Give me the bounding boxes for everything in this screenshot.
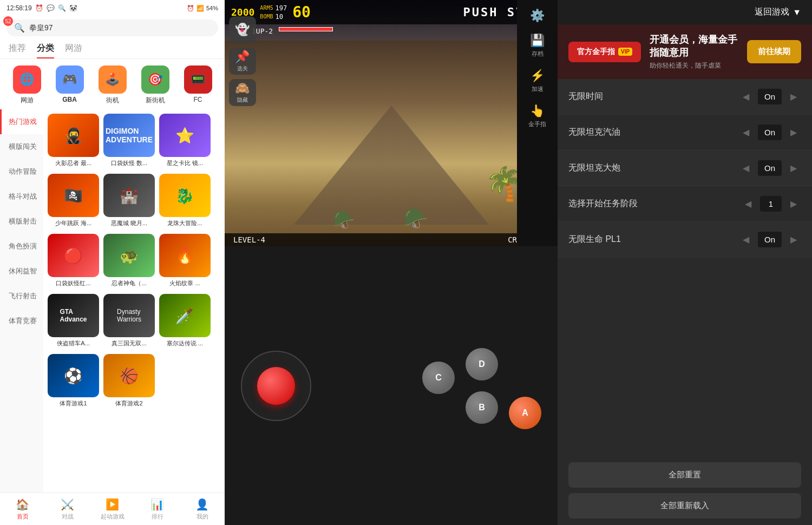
list-item[interactable]: 🏀 体育游戏2 — [103, 354, 155, 408]
cheat-next-stage[interactable]: ▶ — [786, 196, 801, 211]
side-icon-profile[interactable]: 👻 — [229, 16, 256, 43]
list-item[interactable]: ⭐ 星之卡比 镜... — [159, 114, 211, 167]
wifi-icon: 📶 — [197, 5, 204, 12]
cat-fc[interactable]: 📟 FC — [184, 65, 212, 105]
list-item[interactable]: 🏴‍☠️ 少年跳跃 海... — [48, 174, 99, 227]
list-item[interactable]: ⚽ 体育游戏1 — [48, 354, 99, 408]
sidebar-item-rpg[interactable]: 角色扮演 — [0, 234, 43, 259]
joystick[interactable] — [257, 367, 295, 405]
cheat-finger-btn[interactable]: 👆 金手指 — [528, 104, 546, 128]
list-item[interactable]: GTAAdvance 侠盗猎车A... — [48, 294, 99, 347]
cheat-next-cannon[interactable]: ▶ — [786, 161, 801, 175]
bookmark-icon: 📌 — [235, 50, 250, 64]
search-magnifier-icon: 🔍 — [14, 23, 25, 33]
game-name: 忍者神龟（... — [103, 279, 155, 287]
cat-online-game[interactable]: 🌐 网游 — [13, 65, 41, 105]
nav-ranking-label: 排行 — [152, 513, 163, 521]
game-thumb: GTAAdvance — [48, 294, 99, 337]
cheat-prev-cannon[interactable]: ◀ — [738, 161, 754, 175]
dpad[interactable] — [241, 351, 311, 421]
tab-recommend[interactable]: 推荐 — [9, 40, 26, 58]
cheat-next-time[interactable]: ▶ — [786, 89, 801, 104]
ghost-icon: 👻 — [235, 23, 250, 37]
sidebar-item-flight[interactable]: 飞行射击 — [0, 284, 43, 309]
search-input[interactable] — [29, 24, 211, 32]
nav-profile[interactable]: 👤 我的 — [180, 493, 225, 525]
vip-left-panel: 官方金手指 VIP — [568, 42, 641, 62]
sidebar-item-action[interactable]: 动作冒险 — [0, 159, 43, 184]
cheat-prev-stage[interactable]: ◀ — [741, 196, 756, 211]
sidebar-item-shooter[interactable]: 横版射击 — [0, 209, 43, 234]
cat-new-arcade[interactable]: 🎯 新街机 — [141, 65, 169, 105]
soldier-2: 🪖 — [403, 207, 428, 230]
nav-home[interactable]: 🏠 首页 — [0, 493, 45, 525]
speedup-btn[interactable]: ⚡ 加速 — [530, 69, 545, 93]
list-item[interactable]: 🔥 火焰纹章 ... — [159, 234, 211, 287]
list-item[interactable]: 🐢 忍者神龟（... — [103, 234, 155, 287]
b-button[interactable]: B — [466, 391, 498, 424]
list-item[interactable]: 🗡️ 塞尔达传说 ... — [159, 294, 211, 347]
nav-battle[interactable]: ⚔️ 对战 — [45, 493, 90, 525]
cheat-name-life: 无限生命 PL1 — [568, 234, 621, 245]
cat-gba[interactable]: 🎮 GBA — [56, 65, 84, 105]
search-icon-status: 🔍 — [58, 4, 66, 12]
finger-icon: 👆 — [530, 104, 545, 118]
list-item[interactable]: 🔴 口袋妖怪红... — [48, 234, 99, 287]
left-panel: 12:58:19 ⏰ 💬 🔍 🐼 ⏰ 📶 54% 52 🔍 推荐 分类 网游 🌐… — [0, 0, 225, 525]
reset-all-button[interactable]: 全部重置 — [568, 462, 801, 488]
pyramid — [294, 106, 489, 225]
cat-icon-fc: 📟 — [184, 65, 212, 94]
cheat-name-cannon: 无限坦克大炮 — [568, 162, 620, 174]
vip-subscribe-button[interactable]: 前往续期 — [747, 40, 801, 63]
tab-online[interactable]: 网游 — [65, 40, 82, 58]
c-button[interactable]: C — [422, 362, 455, 394]
vip-badge: VIP — [618, 48, 632, 56]
cheat-prev-fuel[interactable]: ◀ — [738, 125, 754, 140]
nav-launch[interactable]: ▶️ 起动游戏 — [90, 493, 135, 525]
cheat-value-fuel: On — [758, 124, 782, 140]
cat-icon-gba: 🎮 — [56, 65, 84, 94]
bottom-nav: 🏠 首页 ⚔️ 对战 ▶️ 起动游戏 📊 排行 👤 我的 — [0, 493, 225, 525]
cat-label-arcade: 街机 — [106, 96, 119, 105]
battery-icon: 🐼 — [69, 4, 77, 12]
game-thumb: 🏴‍☠️ — [48, 174, 99, 217]
reload-all-button[interactable]: 全部重新载入 — [568, 493, 801, 519]
tab-category[interactable]: 分类 — [37, 40, 54, 58]
sidebar-item-casual[interactable]: 休闲益智 — [0, 259, 43, 284]
cheat-prev-time[interactable]: ◀ — [738, 89, 754, 104]
list-item[interactable]: 🏰 恶魔城 晓月... — [103, 174, 155, 227]
settings-btn[interactable]: ⚙️ — [530, 9, 545, 23]
middle-panel: 👻 📌 选关 🙈 隐藏 ⚙️ 💾 存档 ⚡ 加速 👆 金手指 — [225, 0, 558, 525]
cheat-next-life[interactable]: ▶ — [786, 232, 801, 247]
game-name: 塞尔达传说 ... — [159, 339, 211, 347]
nav-ranking[interactable]: 📊 排行 — [135, 493, 180, 525]
game-name: 龙珠大冒险... — [159, 219, 211, 227]
action-buttons: C D B A — [422, 343, 541, 429]
sidebar-item-hot[interactable]: 热门游戏 — [0, 109, 43, 134]
side-icon-hide[interactable]: 🙈 隐藏 — [229, 79, 256, 106]
a-button[interactable]: A — [509, 397, 541, 429]
sidebar-item-sports[interactable]: 体育竞赛 — [0, 309, 43, 333]
settings-icon: ⚙️ — [530, 9, 545, 23]
return-game-button[interactable]: 返回游戏 ▼ — [755, 6, 801, 18]
save-btn[interactable]: 💾 存档 — [530, 34, 545, 58]
nav-launch-label: 起动游戏 — [101, 513, 125, 521]
save-label: 存档 — [532, 50, 543, 58]
list-item[interactable]: 🥷 火影忍者 最... — [48, 114, 99, 167]
vip-section: 官方金手指 VIP 开通会员，海量金手指随意用 助你轻松通关，随手虐菜 前往续期 — [558, 24, 812, 79]
list-item[interactable]: DynastyWarriors 真三国无双... — [103, 294, 155, 347]
cheat-value-cannon: On — [758, 160, 782, 176]
list-item[interactable]: 🐉 龙珠大冒险... — [159, 174, 211, 227]
sidebar-item-fighting[interactable]: 格斗对战 — [0, 184, 43, 209]
cat-arcade[interactable]: 🕹️ 街机 — [99, 65, 127, 105]
game-name: 星之卡比 镜... — [159, 159, 211, 167]
cheat-prev-life[interactable]: ◀ — [738, 232, 754, 247]
life-bar — [279, 27, 333, 31]
d-button[interactable]: D — [466, 348, 498, 380]
side-icon-select-level[interactable]: 📌 选关 — [229, 48, 256, 75]
sidebar-item-horizontal[interactable]: 横版闯关 — [0, 134, 43, 159]
hide-label: 隐藏 — [237, 96, 248, 104]
list-item[interactable]: DIGIMONADVENTURE 口袋妖怪 数... — [103, 114, 155, 167]
cheat-next-fuel[interactable]: ▶ — [786, 125, 801, 140]
notification-badge: 52 — [3, 16, 13, 26]
